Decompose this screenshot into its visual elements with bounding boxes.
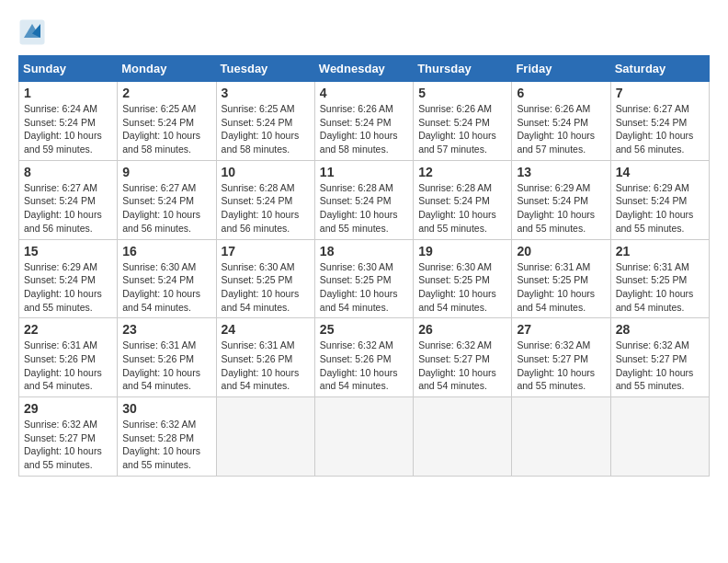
calendar-cell — [512, 397, 610, 477]
calendar-week-3: 15 Sunrise: 6:29 AM Sunset: 5:24 PM Dayl… — [19, 239, 710, 318]
day-number: 19 — [418, 244, 506, 259]
day-info: Sunrise: 6:31 AM Sunset: 5:26 PM Dayligh… — [24, 339, 112, 393]
day-info: Sunrise: 6:32 AM Sunset: 5:27 PM Dayligh… — [517, 339, 605, 393]
weekday-header-saturday: Saturday — [610, 56, 709, 82]
calendar-cell: 16 Sunrise: 6:30 AM Sunset: 5:24 PM Dayl… — [118, 239, 216, 318]
day-number: 6 — [517, 86, 605, 100]
calendar-cell: 21 Sunrise: 6:31 AM Sunset: 5:25 PM Dayl… — [610, 239, 709, 318]
day-number: 26 — [418, 322, 506, 337]
day-info: Sunrise: 6:26 AM Sunset: 5:24 PM Dayligh… — [418, 102, 506, 156]
calendar-cell: 23 Sunrise: 6:31 AM Sunset: 5:26 PM Dayl… — [118, 318, 216, 397]
page-header — [18, 18, 710, 46]
day-info: Sunrise: 6:32 AM Sunset: 5:28 PM Dayligh… — [122, 418, 210, 472]
calendar-cell: 5 Sunrise: 6:26 AM Sunset: 5:24 PM Dayli… — [414, 82, 512, 161]
day-number: 9 — [122, 165, 210, 179]
day-number: 8 — [24, 165, 112, 179]
weekday-header-row: SundayMondayTuesdayWednesdayThursdayFrid… — [19, 56, 710, 82]
weekday-header-friday: Friday — [512, 56, 610, 82]
logo — [18, 18, 50, 46]
calendar-cell: 17 Sunrise: 6:30 AM Sunset: 5:25 PM Dayl… — [216, 239, 314, 318]
calendar-cell — [610, 397, 709, 477]
day-number: 11 — [320, 165, 408, 179]
day-number: 5 — [418, 86, 506, 100]
day-info: Sunrise: 6:29 AM Sunset: 5:24 PM Dayligh… — [616, 181, 704, 236]
day-info: Sunrise: 6:30 AM Sunset: 5:25 PM Dayligh… — [222, 260, 310, 315]
day-info: Sunrise: 6:28 AM Sunset: 5:24 PM Dayligh… — [222, 181, 310, 236]
weekday-header-thursday: Thursday — [414, 56, 512, 82]
calendar-cell: 6 Sunrise: 6:26 AM Sunset: 5:24 PM Dayli… — [512, 82, 610, 161]
day-number: 28 — [616, 322, 704, 337]
day-info: Sunrise: 6:25 AM Sunset: 5:24 PM Dayligh… — [122, 102, 210, 156]
day-info: Sunrise: 6:31 AM Sunset: 5:26 PM Dayligh… — [122, 339, 210, 393]
day-info: Sunrise: 6:27 AM Sunset: 5:24 PM Dayligh… — [616, 102, 704, 156]
day-info: Sunrise: 6:29 AM Sunset: 5:24 PM Dayligh… — [517, 181, 605, 236]
calendar-body: 1 Sunrise: 6:24 AM Sunset: 5:24 PM Dayli… — [19, 82, 710, 477]
calendar-cell: 27 Sunrise: 6:32 AM Sunset: 5:27 PM Dayl… — [512, 318, 610, 397]
day-info: Sunrise: 6:28 AM Sunset: 5:24 PM Dayligh… — [418, 181, 506, 236]
calendar-cell: 28 Sunrise: 6:32 AM Sunset: 5:27 PM Dayl… — [610, 318, 709, 397]
calendar-cell — [314, 397, 413, 477]
day-number: 27 — [517, 322, 605, 337]
calendar-cell: 1 Sunrise: 6:24 AM Sunset: 5:24 PM Dayli… — [19, 82, 118, 161]
day-number: 16 — [122, 244, 210, 259]
day-number: 29 — [24, 401, 112, 416]
calendar-cell: 12 Sunrise: 6:28 AM Sunset: 5:24 PM Dayl… — [414, 160, 512, 239]
calendar-cell: 19 Sunrise: 6:30 AM Sunset: 5:25 PM Dayl… — [414, 239, 512, 318]
calendar-cell: 2 Sunrise: 6:25 AM Sunset: 5:24 PM Dayli… — [118, 82, 216, 161]
calendar-cell: 29 Sunrise: 6:32 AM Sunset: 5:27 PM Dayl… — [19, 397, 118, 477]
day-number: 22 — [24, 322, 112, 337]
day-info: Sunrise: 6:26 AM Sunset: 5:24 PM Dayligh… — [320, 102, 408, 156]
logo-icon — [18, 18, 46, 46]
calendar-table: SundayMondayTuesdayWednesdayThursdayFrid… — [18, 55, 710, 477]
day-info: Sunrise: 6:25 AM Sunset: 5:24 PM Dayligh… — [222, 102, 310, 156]
calendar-week-1: 1 Sunrise: 6:24 AM Sunset: 5:24 PM Dayli… — [19, 82, 710, 161]
day-info: Sunrise: 6:32 AM Sunset: 5:27 PM Dayligh… — [24, 418, 112, 472]
day-number: 14 — [616, 165, 704, 179]
calendar-cell: 15 Sunrise: 6:29 AM Sunset: 5:24 PM Dayl… — [19, 239, 118, 318]
day-number: 20 — [517, 244, 605, 259]
weekday-header-tuesday: Tuesday — [216, 56, 314, 82]
day-info: Sunrise: 6:27 AM Sunset: 5:24 PM Dayligh… — [24, 181, 112, 236]
day-info: Sunrise: 6:29 AM Sunset: 5:24 PM Dayligh… — [24, 260, 112, 315]
day-number: 25 — [320, 322, 408, 337]
calendar-week-4: 22 Sunrise: 6:31 AM Sunset: 5:26 PM Dayl… — [19, 318, 710, 397]
calendar-cell: 25 Sunrise: 6:32 AM Sunset: 5:26 PM Dayl… — [314, 318, 413, 397]
calendar-cell: 30 Sunrise: 6:32 AM Sunset: 5:28 PM Dayl… — [118, 397, 216, 477]
weekday-header-monday: Monday — [118, 56, 216, 82]
day-info: Sunrise: 6:28 AM Sunset: 5:24 PM Dayligh… — [320, 181, 408, 236]
day-number: 21 — [616, 244, 704, 259]
day-info: Sunrise: 6:30 AM Sunset: 5:24 PM Dayligh… — [122, 260, 210, 315]
day-number: 18 — [320, 244, 408, 259]
day-number: 3 — [222, 86, 310, 100]
day-number: 10 — [222, 165, 310, 179]
day-info: Sunrise: 6:26 AM Sunset: 5:24 PM Dayligh… — [517, 102, 605, 156]
calendar-cell: 26 Sunrise: 6:32 AM Sunset: 5:27 PM Dayl… — [414, 318, 512, 397]
calendar-cell: 18 Sunrise: 6:30 AM Sunset: 5:25 PM Dayl… — [314, 239, 413, 318]
calendar-cell: 24 Sunrise: 6:31 AM Sunset: 5:26 PM Dayl… — [216, 318, 314, 397]
calendar-cell: 22 Sunrise: 6:31 AM Sunset: 5:26 PM Dayl… — [19, 318, 118, 397]
day-info: Sunrise: 6:32 AM Sunset: 5:27 PM Dayligh… — [418, 339, 506, 393]
day-info: Sunrise: 6:30 AM Sunset: 5:25 PM Dayligh… — [418, 260, 506, 315]
calendar-week-5: 29 Sunrise: 6:32 AM Sunset: 5:27 PM Dayl… — [19, 397, 710, 477]
weekday-header-wednesday: Wednesday — [314, 56, 413, 82]
day-number: 12 — [418, 165, 506, 179]
calendar-cell: 4 Sunrise: 6:26 AM Sunset: 5:24 PM Dayli… — [314, 82, 413, 161]
day-number: 2 — [122, 86, 210, 100]
day-number: 23 — [122, 322, 210, 337]
day-info: Sunrise: 6:31 AM Sunset: 5:26 PM Dayligh… — [222, 339, 310, 393]
calendar-cell — [414, 397, 512, 477]
day-number: 24 — [222, 322, 310, 337]
calendar-cell: 14 Sunrise: 6:29 AM Sunset: 5:24 PM Dayl… — [610, 160, 709, 239]
day-info: Sunrise: 6:32 AM Sunset: 5:27 PM Dayligh… — [616, 339, 704, 393]
day-info: Sunrise: 6:24 AM Sunset: 5:24 PM Dayligh… — [24, 102, 112, 156]
day-number: 17 — [222, 244, 310, 259]
calendar-cell: 3 Sunrise: 6:25 AM Sunset: 5:24 PM Dayli… — [216, 82, 314, 161]
calendar-cell: 10 Sunrise: 6:28 AM Sunset: 5:24 PM Dayl… — [216, 160, 314, 239]
calendar-cell: 8 Sunrise: 6:27 AM Sunset: 5:24 PM Dayli… — [19, 160, 118, 239]
weekday-header-sunday: Sunday — [19, 56, 118, 82]
day-info: Sunrise: 6:31 AM Sunset: 5:25 PM Dayligh… — [616, 260, 704, 315]
day-info: Sunrise: 6:30 AM Sunset: 5:25 PM Dayligh… — [320, 260, 408, 315]
calendar-cell: 11 Sunrise: 6:28 AM Sunset: 5:24 PM Dayl… — [314, 160, 413, 239]
day-number: 30 — [122, 401, 210, 416]
day-info: Sunrise: 6:27 AM Sunset: 5:24 PM Dayligh… — [122, 181, 210, 236]
